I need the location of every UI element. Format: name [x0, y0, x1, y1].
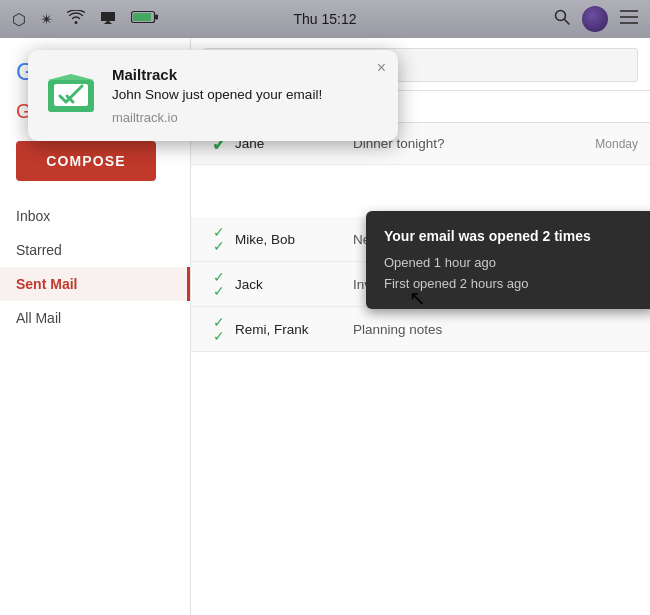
menubar-time: Thu 15:12 [293, 11, 356, 27]
double-check-icon: ✓✓ [213, 315, 225, 343]
mailtrack-icon [44, 66, 98, 120]
dropbox-icon: ⬡ [12, 10, 26, 29]
search-icon[interactable] [554, 9, 570, 29]
notification-content: Mailtrack John Snow just opened your ema… [112, 66, 382, 125]
notification-body: John Snow just opened your email! [112, 86, 382, 104]
email-sender: Jack [235, 277, 345, 292]
tooltip-line2: First opened 2 hours ago [384, 274, 638, 295]
menubar-left-icons: ⬡ ✴ [12, 10, 159, 29]
table-row[interactable]: ✓✓ Remi, Frank Planning notes [191, 307, 650, 352]
double-check-icon: ✓✓ [213, 270, 225, 298]
email-list: ✓ Jane Dinner tonight? Monday Your email… [191, 123, 650, 615]
sidebar-item-all-mail[interactable]: All Mail [0, 301, 190, 335]
email-check: ✓✓ [203, 270, 235, 298]
mailtrack-notification: Mailtrack John Snow just opened your ema… [28, 50, 398, 141]
menubar: ⬡ ✴ Thu 15:12 [0, 0, 650, 38]
menubar-right-icons [554, 6, 638, 32]
bluetooth-icon: ✴ [40, 10, 53, 29]
email-sender: Mike, Bob [235, 232, 345, 247]
email-subject: Planning notes [345, 322, 638, 337]
tooltip-title: Your email was opened 2 times [384, 225, 638, 247]
notification-title: Mailtrack [112, 66, 382, 83]
avatar-icon[interactable] [582, 6, 608, 32]
wifi-icon [67, 10, 85, 28]
notification-url: mailtrack.io [112, 110, 382, 125]
close-icon[interactable]: × [377, 60, 386, 76]
email-check: ✓✓ [203, 225, 235, 253]
menu-icon[interactable] [620, 10, 638, 28]
sidebar-item-starred[interactable]: Starred [0, 233, 190, 267]
email-date: Monday [587, 137, 638, 151]
sidebar-item-sent-mail[interactable]: Sent Mail [0, 267, 190, 301]
svg-rect-2 [155, 15, 158, 20]
battery-icon [131, 10, 159, 28]
tooltip-line1: Opened 1 hour ago [384, 253, 638, 274]
email-opened-tooltip: Your email was opened 2 times Opened 1 h… [366, 211, 650, 309]
email-sender: Remi, Frank [235, 322, 345, 337]
double-check-icon: ✓✓ [213, 225, 225, 253]
svg-rect-1 [133, 13, 151, 21]
svg-line-4 [565, 20, 570, 25]
airplay-icon [99, 10, 117, 28]
sidebar-item-inbox[interactable]: Inbox [0, 199, 190, 233]
email-check: ✓✓ [203, 315, 235, 343]
compose-button[interactable]: COMPOSE [16, 141, 156, 181]
